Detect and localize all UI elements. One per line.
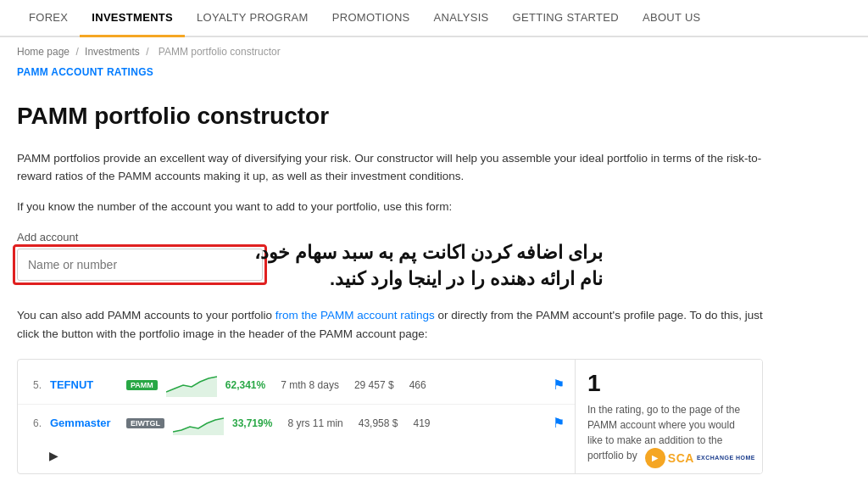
preview-table: 5. TEFNUT PAMM 62,341% 7 mth 8 days 29 4… xyxy=(18,360,576,473)
row-chart xyxy=(166,373,217,397)
nav-analysis[interactable]: ANALYSIS xyxy=(422,0,501,37)
row-num: 5. xyxy=(28,379,42,391)
svg-marker-0 xyxy=(166,377,217,397)
svg-marker-1 xyxy=(173,418,224,435)
instruction-link[interactable]: from the PAMM account ratings xyxy=(275,309,435,322)
breadcrumb-home[interactable]: Home page xyxy=(17,46,70,58)
stat-return: 62,341% xyxy=(225,379,265,391)
pamm-account-ratings-link[interactable]: PAMM ACCOUNT RATINGS xyxy=(17,66,153,78)
cursor-icon: ▶ xyxy=(49,449,58,462)
logo-text-exchange: EXCHANGE HOME xyxy=(697,455,755,461)
description-2: If you know the number of the account yo… xyxy=(17,198,763,216)
stat-amount: 29 457 $ xyxy=(354,379,394,391)
preview-step-number: 1 xyxy=(587,370,750,397)
stat-age: 8 yrs 11 min xyxy=(287,417,342,429)
nav-promotions[interactable]: PROMOTIONS xyxy=(320,0,422,37)
instruction-text: You can also add PAMM accounts to your p… xyxy=(17,306,763,343)
add-account-label: Add account xyxy=(17,231,797,243)
breadcrumb-sep1: / xyxy=(75,46,78,58)
table-row: 6. Gemmaster EIWTGL 33,719% 8 yrs 11 min… xyxy=(18,405,575,442)
main-content: PAMM portfolio constructor PAMM portfoli… xyxy=(0,88,814,481)
bookmark-icon[interactable]: ⚑ xyxy=(553,377,565,393)
nav-investments[interactable]: INVESTMENTS xyxy=(80,0,185,37)
row-chart xyxy=(173,411,224,435)
preview-right-wrapper: 1 In the rating, go to the page of the P… xyxy=(576,360,762,473)
stat-age: 7 mth 8 days xyxy=(281,379,339,391)
breadcrumb-sep2: / xyxy=(146,46,148,58)
description-1: PAMM portfolios provide an excellent way… xyxy=(17,149,763,186)
breadcrumb-current: PAMM portfolio constructor xyxy=(159,46,281,58)
row-stats: 62,341% 7 mth 8 days 29 457 $ 466 xyxy=(225,379,544,391)
row-stats: 33,719% 8 yrs 11 min 43,958 $ 419 xyxy=(232,417,544,429)
pamm-account-ratings-link-container: PAMM ACCOUNT RATINGS xyxy=(0,61,868,88)
row-tag: EIWTGL xyxy=(126,418,164,428)
account-input[interactable] xyxy=(17,249,263,281)
nav-about-us[interactable]: ABOUT US xyxy=(631,0,713,37)
logo-circle-text: ▶ xyxy=(652,454,658,462)
logo-text-sca: SCA xyxy=(668,451,694,465)
row-name[interactable]: Gemmaster xyxy=(50,417,118,429)
nav-loyalty[interactable]: LOYALTY PROGRAM xyxy=(185,0,320,37)
logo-circle: ▶ xyxy=(645,448,665,468)
row-tag: PAMM xyxy=(126,380,158,390)
stat-return: 33,719% xyxy=(232,417,272,429)
nav-forex[interactable]: FOREX xyxy=(17,0,80,37)
instruction-prefix: You can also add PAMM accounts to your p… xyxy=(17,309,275,322)
breadcrumb-investments[interactable]: Investments xyxy=(85,46,140,58)
add-account-input-container xyxy=(17,249,263,281)
row-num: 6. xyxy=(28,417,42,429)
preview-box: 5. TEFNUT PAMM 62,341% 7 mth 8 days 29 4… xyxy=(17,359,763,474)
persian-overlay-text: برای اضافه کردن اکانت پم به سبد سهام خود… xyxy=(254,240,603,293)
row-name[interactable]: TEFNUT xyxy=(50,378,118,391)
stat-investors: 466 xyxy=(409,379,426,391)
stat-investors: 419 xyxy=(413,417,430,429)
nav-getting-started[interactable]: GETTING STARTED xyxy=(501,0,631,37)
table-row: 5. TEFNUT PAMM 62,341% 7 mth 8 days 29 4… xyxy=(18,366,575,405)
bookmark-icon[interactable]: ⚑ xyxy=(553,415,565,431)
navigation: FOREX INVESTMENTS LOYALTY PROGRAM PROMOT… xyxy=(0,0,868,37)
page-title: PAMM portfolio constructor xyxy=(17,102,797,131)
stat-amount: 43,958 $ xyxy=(359,417,398,429)
breadcrumb: Home page / Investments / PAMM portfolio… xyxy=(0,37,868,61)
